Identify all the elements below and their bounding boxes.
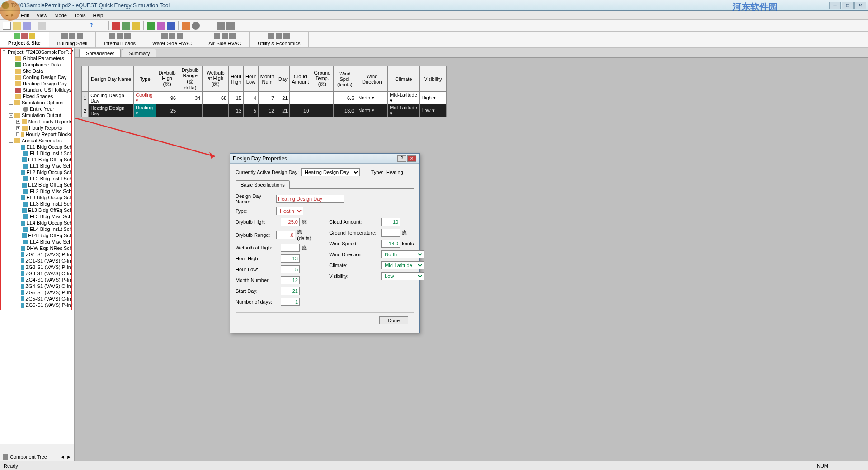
menu-mode[interactable]: Mode [51, 13, 71, 18]
design-day-grid[interactable]: Design Day NameTypeDrybulb High (癋)Drybu… [81, 66, 861, 117]
component-tree[interactable]: -Project: 'T2408SampleForP...' Global Pa… [0, 48, 74, 444]
drybulb-range-input[interactable] [276, 231, 295, 239]
tree-item[interactable]: -Simulation Output [1, 112, 73, 118]
table-icon[interactable] [226, 22, 235, 30]
scrollbar[interactable] [0, 444, 74, 452]
close-button[interactable]: ✕ [854, 2, 866, 9]
tree-item[interactable]: Cooling Design Day [1, 74, 73, 80]
ribbon-air-side-hvac[interactable]: Air-Side HVAC [200, 32, 250, 47]
copy-icon[interactable] [62, 22, 71, 30]
dialog-close-button[interactable]: ✕ [407, 155, 416, 162]
tree-item[interactable]: Compliance Data [1, 61, 73, 68]
tab-summary[interactable]: Summary [122, 49, 156, 57]
tree-item[interactable]: +Hourly Report Blocks [1, 131, 73, 137]
tree-item[interactable]: ZG3-S1 (VAVS) C-Inf [1, 270, 73, 277]
tree-item[interactable]: Standard US Holidays [1, 87, 73, 93]
column-header[interactable]: Hour Low [243, 66, 258, 92]
tree-item[interactable]: EL2 Bldg Occup Sch [1, 169, 73, 175]
tree-item[interactable]: -Annual Schedules [1, 137, 73, 144]
table-row[interactable]: 2Heating Design DayHeating ▾251351221101… [82, 104, 447, 117]
column-header[interactable]: Day [276, 66, 290, 92]
menu-tools[interactable]: Tools [71, 13, 90, 18]
menu-file[interactable]: File [2, 13, 17, 18]
column-header[interactable]: Cloud Amount [290, 66, 311, 92]
results-icon[interactable] [182, 22, 190, 30]
minimize-button[interactable]: ─ [829, 2, 841, 9]
tree-item[interactable]: EL3 Bldg Occup Sch [1, 194, 73, 201]
tab-spreadsheet[interactable]: Spreadsheet [79, 49, 121, 57]
tree-item[interactable]: EL4 Bldg Misc Sch [1, 239, 73, 245]
ribbon-project-site[interactable]: Project & Site [0, 32, 49, 47]
tree-item[interactable]: EL2 Bldg InsLt Sch [1, 175, 73, 182]
hour-low-input[interactable] [281, 265, 300, 273]
tree-item[interactable]: ZG1-S1 (VAVS) C-Inf [1, 258, 73, 264]
preview-icon[interactable] [47, 22, 56, 30]
wizard-icon[interactable] [112, 22, 120, 30]
column-header[interactable]: Visibility [420, 66, 447, 92]
drybulb-high-input[interactable] [281, 218, 300, 226]
open-icon[interactable] [13, 22, 21, 30]
menu-help[interactable]: Help [90, 13, 107, 18]
dialog-help-button[interactable]: ? [397, 155, 406, 162]
tree-item[interactable]: ZG5-S1 (VAVS) P-Inf [1, 289, 73, 296]
tree-item[interactable]: ZG6-S1 (VAVS) P-Inf [1, 302, 73, 308]
month-number-input[interactable] [281, 276, 300, 284]
component-tree-tab[interactable]: Component Tree ◄ ► [0, 452, 74, 461]
tree-item[interactable]: ZG3-S1 (VAVS) P-Inf [1, 264, 73, 270]
sim-icon[interactable] [167, 22, 175, 30]
start-day-input[interactable] [281, 287, 300, 295]
dialog-titlebar[interactable]: Design Day Properties ? ✕ [230, 154, 419, 164]
settings-icon[interactable] [192, 22, 200, 30]
wetbulb-high-input[interactable] [281, 244, 300, 252]
tree-item[interactable]: Global Parameters [1, 55, 73, 61]
tree-item[interactable]: EL3 Bldg InsLt Sch [1, 201, 73, 207]
tree-item[interactable]: -Simulation Options [1, 99, 73, 106]
hour-high-input[interactable] [281, 254, 300, 263]
tree-item[interactable]: EL1 Bldg OffEq Sch [1, 156, 73, 163]
maximize-button[interactable]: □ [842, 2, 854, 9]
climate-select[interactable]: Mid-Latitude [381, 261, 424, 269]
column-header[interactable]: Wetbulb at High (癋) [203, 66, 229, 92]
table-row[interactable]: 1Cooling Design DayCooling ▾963468154721… [82, 92, 447, 104]
tree-item[interactable]: ZG4-S1 (VAVS) P-Inf [1, 277, 73, 283]
column-header[interactable]: Design Day Name [89, 66, 134, 92]
column-header[interactable]: Drybulb Range (癋 delta) [178, 66, 203, 92]
tree-item[interactable]: ZG5-S1 (VAVS) C-Inf [1, 296, 73, 302]
ribbon-building-shell[interactable]: Building Shell [49, 32, 96, 47]
tree-item[interactable]: +Non-Hourly Reports [1, 118, 73, 125]
tree-item[interactable]: EL4 Bldg InsLt Sch [1, 226, 73, 232]
tree-item[interactable]: EL1 Bldg Misc Sch [1, 163, 73, 169]
report-icon[interactable] [157, 22, 165, 30]
visibility-select[interactable]: Low [381, 272, 424, 280]
help-icon[interactable]: ? [87, 22, 95, 30]
tree-item[interactable]: EL4 Bldg OffEq Sch [1, 232, 73, 239]
compare-icon[interactable] [202, 22, 210, 30]
tree-item[interactable]: +Hourly Reports [1, 125, 73, 131]
ribbon-water-side-hvac[interactable]: Water-Side HVAC [144, 32, 200, 47]
tree-item[interactable]: EL4 Bldg Occup Sch [1, 220, 73, 226]
tree-root[interactable]: -Project: 'T2408SampleForP...' [1, 49, 73, 55]
column-header[interactable]: Hour High [229, 66, 244, 92]
save-icon[interactable] [23, 22, 31, 30]
print-icon[interactable] [38, 22, 46, 30]
tree-item[interactable]: DHW Eqp NRes Sch [1, 245, 73, 251]
tree-item[interactable]: Site Data [1, 68, 73, 74]
tree-item[interactable]: EL1 Bldg InsLt Sch [1, 150, 73, 156]
column-header[interactable]: Month Num [258, 66, 276, 92]
column-header[interactable]: Ground Temp. (癋) [311, 66, 334, 92]
check-icon[interactable] [147, 22, 155, 30]
new-icon[interactable] [3, 22, 11, 30]
tree-item[interactable]: EL3 Bldg OffEq Sch [1, 207, 73, 213]
menu-view[interactable]: View [33, 13, 51, 18]
tree-item[interactable]: EL2 Bldg OffEq Sch [1, 182, 73, 188]
column-header[interactable]: Wind Spd. (knots) [334, 66, 356, 92]
tree-item[interactable]: EL2 Bldg Misc Sch [1, 188, 73, 194]
column-header[interactable]: Drybulb High (癋) [156, 66, 178, 92]
wind-speed-input[interactable] [381, 240, 400, 248]
cloud-amount-input[interactable] [381, 218, 400, 226]
column-header[interactable]: Type [134, 66, 156, 92]
tree-item[interactable]: ZG4-S1 (VAVS) C-Inf [1, 283, 73, 289]
column-header[interactable]: Climate [388, 66, 420, 92]
tree-item[interactable]: Heating Design Day [1, 80, 73, 87]
building-icon[interactable] [122, 22, 130, 30]
